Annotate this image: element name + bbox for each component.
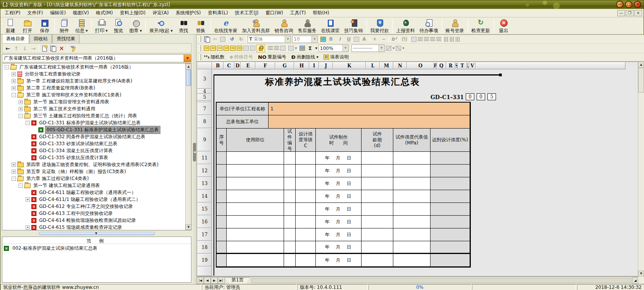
- tree-item[interactable]: +第一章 工程建设前期主要法定基建程序文件(A类表): [2, 77, 185, 84]
- column-header-T[interactable]: T: [458, 62, 467, 69]
- tree-item[interactable]: ×GD-C1-335 砂浆抗压强度计算表: [2, 154, 185, 161]
- data-cell[interactable]: [227, 190, 284, 203]
- align-right-icon[interactable]: [430, 37, 435, 41]
- toolbar-button-service[interactable]: 售后服务: [296, 18, 319, 34]
- underline-button[interactable]: U: [345, 36, 353, 43]
- data-cell[interactable]: [227, 177, 284, 190]
- insert-col-icon[interactable]: [217, 46, 222, 51]
- group-icon[interactable]: [300, 46, 305, 51]
- lock-cell-button[interactable]: [257, 45, 265, 52]
- scroll-up-icon[interactable]: ▲: [186, 63, 191, 69]
- data-cell[interactable]: [296, 152, 316, 165]
- align-left-icon[interactable]: [418, 37, 423, 41]
- random-number-button[interactable]: ¹²₃ 随机数: [204, 54, 224, 60]
- tree-expand-icon[interactable]: -: [19, 184, 23, 188]
- data-cell[interactable]: [393, 228, 430, 241]
- data-cell[interactable]: [284, 254, 296, 267]
- close-button[interactable]: ×: [634, 1, 641, 8]
- data-cell[interactable]: [362, 165, 393, 177]
- data-cell[interactable]: [393, 203, 430, 216]
- toolbar-button-attach[interactable]: 附件: [56, 18, 73, 34]
- last-sheet-icon[interactable]: ▶|: [218, 277, 225, 284]
- vertical-text-left-icon[interactable]: [450, 37, 455, 42]
- data-cell[interactable]: [284, 165, 296, 177]
- data-cell[interactable]: [217, 216, 227, 228]
- column-header-B[interactable]: B: [212, 62, 224, 69]
- menu-item-8[interactable]: 系统维护(S): [172, 9, 204, 17]
- row-header-5[interactable]: 5: [197, 94, 212, 101]
- toolbar-button-new[interactable]: 新建: [2, 18, 19, 34]
- form-title[interactable]: 标准养护混凝土试块试验结果汇总表: [217, 76, 468, 88]
- toolbar-button-group[interactable]: 加入资料员群: [240, 18, 272, 34]
- line-style-combobox[interactable]: ▼: [351, 45, 385, 52]
- toolbar-grip[interactable]: [200, 36, 201, 42]
- data-cell[interactable]: [217, 241, 227, 254]
- data-cell[interactable]: [393, 165, 430, 177]
- data-cell[interactable]: [296, 228, 316, 241]
- data-cell[interactable]: 年 月 日: [316, 152, 362, 165]
- data-cell[interactable]: [227, 152, 284, 165]
- align-center-icon[interactable]: [424, 37, 429, 41]
- row-header-4[interactable]: 4: [197, 89, 212, 94]
- data-cell[interactable]: [430, 241, 470, 254]
- toolbar-button-account[interactable]: 账号登录: [443, 18, 467, 34]
- data-cell[interactable]: [296, 254, 316, 267]
- tree-item[interactable]: -广东省建筑工程竣工验收技术资料统一用表（2016版）: [2, 63, 185, 70]
- tree-expand-icon[interactable]: +: [26, 225, 30, 230]
- font-name-combobox[interactable]: T 宋体 ▼: [248, 36, 291, 43]
- toolbar-button-tips[interactable]: 技巧集锦: [342, 18, 365, 34]
- delete-row-icon[interactable]: [224, 46, 229, 51]
- menu-item-12[interactable]: 工具(T): [287, 9, 310, 17]
- filter-icon[interactable]: [70, 45, 76, 51]
- tree-scroll-thumb[interactable]: [186, 70, 191, 86]
- column-header-M[interactable]: M: [380, 62, 393, 69]
- dropdown-arrow-icon[interactable]: ▼: [86, 29, 88, 33]
- data-cell[interactable]: [393, 190, 430, 203]
- next-sheet-icon[interactable]: ▶: [211, 277, 218, 284]
- decrease-size-button[interactable]: −: [380, 36, 387, 43]
- data-cell[interactable]: [217, 228, 227, 241]
- toolbar-button-open[interactable]: 打开: [19, 18, 36, 34]
- code-box-2[interactable]: 0: [477, 93, 485, 100]
- catalog-combobox[interactable]: 广东省建筑工程竣工验收技术资料统一用表（2016版） ▼: [2, 54, 191, 62]
- row-header-18[interactable]: 18: [197, 241, 212, 254]
- tree-item[interactable]: +第一节 施工项目管理文件资料通用表: [2, 98, 185, 105]
- special-symbol-button[interactable]: ⊕ 特殊符号: [229, 54, 253, 60]
- tree-vertical-scrollbar[interactable]: ▲ ▼: [185, 63, 191, 230]
- column-header-C[interactable]: C: [224, 62, 234, 69]
- tree-expand-icon[interactable]: +: [12, 79, 16, 83]
- toolbar-button-info[interactable]: 信息▼: [73, 18, 90, 34]
- data-cell[interactable]: [284, 152, 296, 165]
- dropdown-icon[interactable]: ▼: [285, 36, 291, 43]
- tree-expand-icon[interactable]: -: [19, 114, 23, 118]
- tree-item[interactable]: ×GD-C4-612 专业工种/工序之间交接验收记录: [2, 203, 185, 210]
- tree-item[interactable]: ×GD-C4-613 工程中间交接验收记录: [2, 210, 185, 217]
- tree-item[interactable]: -第一节 建筑工程施工记录通用表: [2, 182, 185, 189]
- tree-item[interactable]: +第五章 见证取（抽）样检验（测）报告(C3类表): [2, 168, 185, 175]
- column-header-L[interactable]: L: [366, 62, 380, 69]
- column-header-H[interactable]: H: [294, 62, 309, 69]
- menu-item-5[interactable]: 格式(M): [92, 9, 116, 17]
- menu-item-4[interactable]: 视图(V): [69, 9, 93, 17]
- field-value-input[interactable]: 1: [269, 103, 470, 115]
- mdi-minimize-button[interactable]: —: [617, 10, 625, 16]
- data-cell[interactable]: [284, 177, 296, 190]
- tree-expand-icon[interactable]: +: [12, 72, 16, 76]
- tree-item[interactable]: ×GD-C4-614 检验批现场验收检查测试原始记录: [2, 217, 185, 224]
- data-cell[interactable]: [217, 152, 227, 165]
- row-header-14[interactable]: 14: [197, 190, 212, 202]
- column-header-V[interactable]: V: [469, 62, 475, 69]
- nav-up-icon[interactable]: ↑: [13, 45, 19, 51]
- tree-expand-icon[interactable]: +: [26, 197, 30, 202]
- mdi-close-button[interactable]: ×: [634, 10, 642, 16]
- shading-icon[interactable]: [288, 46, 294, 51]
- nav-back-icon[interactable]: ←: [5, 45, 11, 51]
- row-header-3[interactable]: 3: [197, 69, 212, 89]
- data-cell[interactable]: [393, 152, 430, 165]
- toolbar-button-stamp[interactable]: 图章▼: [127, 18, 144, 34]
- redo-icon[interactable]: ↻: [237, 36, 245, 43]
- data-cell[interactable]: 年 月 日: [316, 216, 362, 228]
- tree-item[interactable]: +×GD-C4-611/1 隐蔽工程验收记录（通用表式二）: [2, 196, 185, 203]
- delete-form-icon[interactable]: ×: [59, 45, 65, 51]
- code-box-3[interactable]: 5: [487, 93, 496, 100]
